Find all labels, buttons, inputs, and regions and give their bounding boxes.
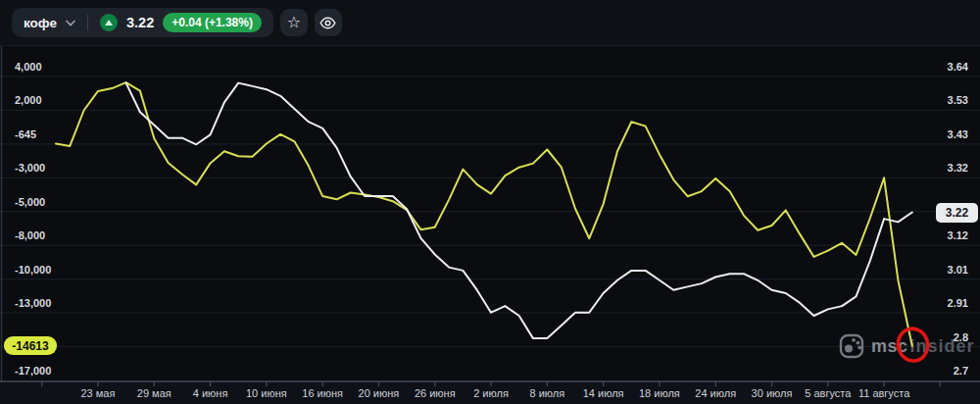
- right-axis-label: 3.53: [948, 94, 968, 106]
- annotation-layer: [0, 0, 980, 404]
- left-axis-label: -5,000: [15, 196, 45, 208]
- left-axis-label: -10,000: [15, 264, 51, 276]
- right-axis-label: 3.43: [948, 128, 968, 140]
- right-axis-label: 3.64: [948, 61, 968, 73]
- last-price: 3.22: [126, 15, 154, 30]
- eye-icon: [319, 17, 336, 29]
- right-axis-label: 2.8: [954, 331, 968, 343]
- grid-layer: [0, 0, 980, 404]
- right-axis-label: 3.32: [948, 162, 968, 174]
- top-toolbar: кофе 3.22 +0.04 (+1.38%) ☆: [0, 0, 980, 46]
- symbol-dropdown[interactable]: кофе: [24, 16, 57, 30]
- left-axis-label: 2,000: [15, 94, 42, 106]
- chevron-down-icon[interactable]: [66, 20, 75, 26]
- series-layer: [0, 0, 980, 404]
- direction-up-icon: [100, 14, 118, 31]
- right-axis-label: 3.01: [948, 264, 968, 276]
- change-badge: +0.04 (+1.38%): [163, 13, 262, 32]
- left-axis-label: -8,000: [15, 229, 45, 241]
- symbol-pill: кофе 3.22 +0.04 (+1.38%): [12, 8, 273, 37]
- left-axis-label: -17,000: [15, 365, 51, 377]
- left-axis-label: -3,000: [15, 162, 45, 174]
- left-axis-label: -645: [15, 128, 36, 140]
- series-price-line: [126, 83, 912, 339]
- divider: [87, 15, 88, 30]
- left-axis-label: 4,000: [15, 61, 42, 73]
- series-indicator-line: [56, 82, 912, 346]
- right-axis-label: 2.7: [954, 365, 968, 377]
- trading-chart-window: msc insider -14613 3.22 кофе 3.22 +0.04 …: [0, 0, 980, 404]
- watermark-brand-bold: msc: [871, 336, 908, 357]
- left-axis-label: -13,000: [15, 297, 51, 309]
- x-axis-date-label: 11 августа: [847, 387, 921, 399]
- mscinsider-logo-icon: [839, 333, 864, 359]
- star-icon: ☆: [287, 15, 301, 30]
- right-axis-label: 2.91: [948, 297, 968, 309]
- watchlist-button[interactable]: ☆: [280, 9, 308, 36]
- price-last-value-badge: 3.22: [936, 203, 978, 223]
- visibility-button[interactable]: [315, 9, 342, 36]
- right-axis-label: 3.12: [948, 229, 968, 241]
- indicator-last-value-badge: -14613: [4, 336, 57, 355]
